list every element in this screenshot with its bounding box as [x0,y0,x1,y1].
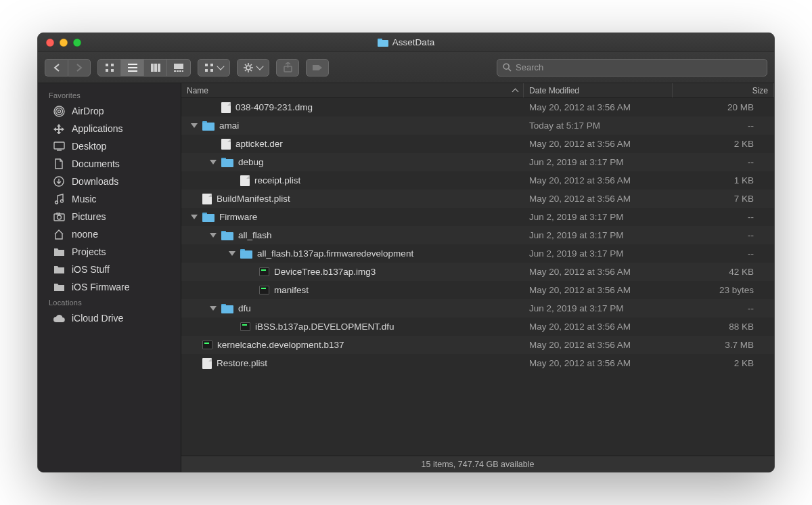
tags-button[interactable] [306,59,329,76]
file-size: 42 KB [673,267,774,277]
sidebar-item-projects[interactable]: Projects [38,243,181,261]
file-row[interactable]: all_flash.b137ap.firmwaredevelopmentJun … [181,244,774,263]
zoom-button[interactable] [73,39,81,47]
share-button[interactable] [276,59,299,76]
column-size[interactable]: Size [673,83,774,97]
disclosure-triangle[interactable] [191,123,198,128]
file-name: manifest [274,285,309,295]
column-size-label: Size [752,86,768,95]
sidebar-heading: Locations [38,296,181,309]
svg-point-31 [58,110,60,112]
search-input[interactable] [516,62,761,72]
exec-icon [202,341,212,349]
svg-line-30 [509,69,512,72]
sidebar-item-label: Downloads [72,176,118,187]
apps-icon [53,123,65,134]
file-date: May 20, 2012 at 3:56 AM [524,175,673,185]
svg-rect-18 [210,69,213,72]
svg-rect-16 [210,64,213,66]
chevron-down-icon [256,62,263,70]
file-date: May 20, 2012 at 3:56 AM [524,267,673,277]
titlebar[interactable]: AssetData [38,33,774,52]
file-row[interactable]: receipt.plistMay 20, 2012 at 3:56 AM1 KB [181,171,774,190]
file-date: May 20, 2012 at 3:56 AM [524,358,673,368]
file-row[interactable]: dfuJun 2, 2019 at 3:17 PM-- [181,299,774,317]
file-row[interactable]: 038-4079-231.dmgMay 20, 2012 at 3:56 AM2… [181,98,774,116]
file-row[interactable]: iBSS.b137ap.DEVELOPMENT.dfuMay 20, 2012 … [181,317,774,336]
svg-rect-12 [177,70,179,72]
disclosure-triangle[interactable] [210,233,217,238]
list-view-button[interactable] [121,59,144,76]
file-row[interactable]: amaiToday at 5:17 PM-- [181,116,774,135]
sidebar-item-documents[interactable]: Documents [38,155,181,173]
svg-line-25 [250,70,252,71]
file-name: kernelcache.development.b137 [217,340,344,350]
action-button[interactable] [237,59,269,76]
column-name[interactable]: Name [181,83,524,97]
file-date: May 20, 2012 at 3:56 AM [524,340,673,350]
disclosure-triangle[interactable] [229,251,235,256]
file-list[interactable]: 038-4079-231.dmgMay 20, 2012 at 3:56 AM2… [181,98,774,456]
sidebar-item-ios-stuff[interactable]: iOS Stuff [38,261,181,278]
sidebar-item-applications[interactable]: Applications [38,120,181,137]
file-row[interactable]: kernelcache.development.b137May 20, 2012… [181,336,774,354]
disclosure-triangle[interactable] [210,306,217,311]
sidebar-item-label: Pictures [72,211,106,222]
file-size: -- [673,230,774,240]
back-button[interactable] [45,59,68,76]
file-date: May 20, 2012 at 3:56 AM [524,322,673,332]
svg-rect-8 [154,64,157,72]
file-row[interactable]: Restore.plistMay 20, 2012 at 3:56 AM2 KB [181,354,774,372]
tag-icon [312,64,323,72]
minimize-button[interactable] [60,39,68,47]
close-button[interactable] [46,39,54,47]
file-size: 20 MB [673,102,774,112]
view-mode-group [97,59,191,76]
folder-icon [221,231,233,240]
file-size: 2 KB [673,358,774,368]
sidebar-item-label: noone [72,229,98,240]
gallery-view-button[interactable] [167,59,190,76]
file-row[interactable]: apticket.derMay 20, 2012 at 3:56 AM2 KB [181,135,774,153]
file-row[interactable]: all_flashJun 2, 2019 at 3:17 PM-- [181,226,774,244]
file-row[interactable]: manifestMay 20, 2012 at 3:56 AM23 bytes [181,281,774,299]
disclosure-triangle[interactable] [210,160,217,164]
svg-rect-14 [182,70,183,72]
file-name: debug [238,157,264,167]
icon-view-button[interactable] [98,59,121,76]
file-name: iBSS.b137ap.DEVELOPMENT.dfu [255,322,394,332]
file-row[interactable]: FirmwareJun 2, 2019 at 3:17 PM-- [181,208,774,226]
window-title: AssetData [38,37,774,47]
sidebar-item-icloud-drive[interactable]: iCloud Drive [38,309,181,327]
file-date: Today at 5:17 PM [524,120,673,131]
sidebar-item-downloads[interactable]: Downloads [38,173,181,190]
document-icon [202,358,212,369]
svg-rect-9 [158,64,160,72]
file-row[interactable]: BuildManifest.plistMay 20, 2012 at 3:56 … [181,190,774,208]
airdrop-icon [53,106,65,117]
share-icon [284,62,292,72]
sidebar-item-noone[interactable]: noone [38,225,181,243]
folder-icon [53,283,65,292]
disclosure-triangle[interactable] [191,215,198,219]
sidebar-item-music[interactable]: Music [38,190,181,208]
column-view-button[interactable] [144,59,167,76]
svg-point-32 [55,108,62,114]
exec-icon [259,286,269,294]
column-date[interactable]: Date Modified [524,83,673,97]
file-date: Jun 2, 2019 at 3:17 PM [524,212,673,222]
search-field[interactable] [497,59,767,76]
sidebar: FavoritesAirDropApplicationsDesktopDocum… [38,83,181,472]
sidebar-item-ios-firmware[interactable]: iOS Firmware [38,278,181,296]
exec-icon [240,322,250,331]
sidebar-item-pictures[interactable]: Pictures [38,208,181,225]
sidebar-item-label: Desktop [72,141,106,152]
forward-button[interactable] [68,59,91,76]
arrange-button[interactable] [198,59,230,76]
file-row[interactable]: debugJun 2, 2019 at 3:17 PM-- [181,153,774,171]
file-row[interactable]: DeviceTree.b137ap.img3May 20, 2012 at 3:… [181,263,774,281]
chevron-down-icon [217,62,224,70]
svg-line-27 [250,64,252,66]
sidebar-item-desktop[interactable]: Desktop [38,137,181,155]
sidebar-item-airdrop[interactable]: AirDrop [38,102,181,120]
